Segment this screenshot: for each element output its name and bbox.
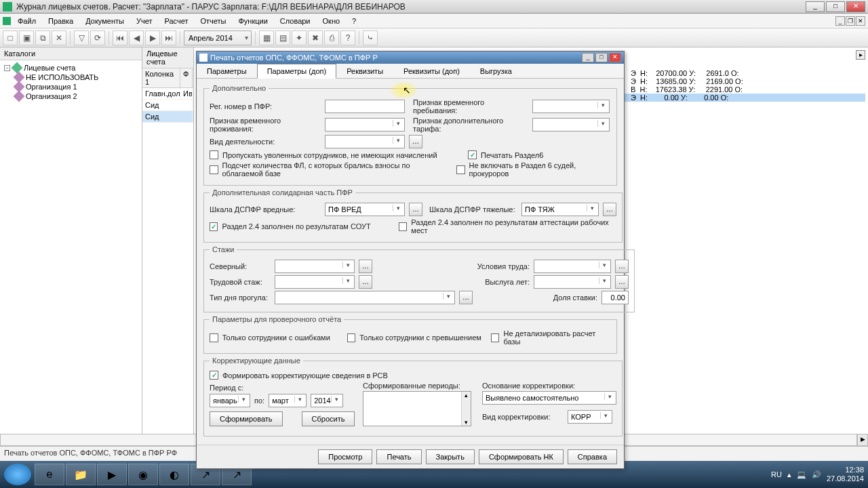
- tool-refresh-icon[interactable]: ⟳: [90, 30, 105, 45]
- chk-print-r6[interactable]: [468, 150, 477, 159]
- maximize-button[interactable]: □: [826, 1, 845, 12]
- table-row[interactable]: Сид: [142, 100, 193, 111]
- tab-export[interactable]: Выгрузка: [470, 64, 522, 78]
- combo-extra-tariff[interactable]: [532, 118, 610, 131]
- table-row[interactable]: Сид: [142, 111, 193, 123]
- child-restore-button[interactable]: ❐: [846, 16, 855, 26]
- chk-count-fl[interactable]: [210, 165, 218, 174]
- tool-help-icon[interactable]: ?: [340, 30, 355, 45]
- minimize-button[interactable]: _: [806, 1, 825, 12]
- nav-next-icon[interactable]: ▶: [145, 30, 160, 45]
- combo-corr-type[interactable]: КОРР: [568, 410, 612, 424]
- chk-form-rsv[interactable]: [210, 371, 218, 380]
- tab-params[interactable]: Параметры: [197, 64, 257, 78]
- task-app1-icon[interactable]: ◐: [159, 464, 189, 485]
- preview-button[interactable]: Просмотр: [318, 449, 372, 464]
- combo-month-to[interactable]: март: [269, 394, 307, 407]
- menu-reports[interactable]: Отчеты: [195, 16, 231, 26]
- menu-calc[interactable]: Расчет: [159, 16, 193, 26]
- combo-vysluga[interactable]: [534, 275, 611, 289]
- combo-skip-type[interactable]: [275, 291, 455, 304]
- combo-temp-live[interactable]: [325, 118, 405, 131]
- menu-dictionaries[interactable]: Словари: [275, 16, 316, 26]
- combo-year[interactable]: 2014: [311, 394, 343, 407]
- list-formed-periods[interactable]: [363, 391, 471, 426]
- task-explorer-icon[interactable]: 📁: [66, 464, 96, 485]
- start-button[interactable]: [4, 464, 31, 485]
- form-nk-button[interactable]: Сформировать НК: [479, 449, 564, 464]
- collapse-icon[interactable]: −: [4, 65, 10, 71]
- combo-temp-stay[interactable]: [532, 100, 610, 113]
- menu-file[interactable]: Файл: [12, 16, 41, 26]
- input-reg-pfr[interactable]: [325, 100, 405, 113]
- tool-new-icon[interactable]: □: [3, 30, 18, 45]
- combo-north[interactable]: [275, 260, 355, 273]
- combo-basis[interactable]: Выявлено самостоятельно: [482, 391, 616, 405]
- tool-print-icon[interactable]: ⎙: [324, 30, 339, 45]
- dialog-titlebar[interactable]: Печать отчетов ОПС, ФФОМС, ТФОМС в ПФР Р…: [197, 52, 624, 64]
- tray-network-icon[interactable]: 💻: [797, 470, 806, 479]
- tool-clean-icon[interactable]: ✦: [292, 30, 307, 45]
- scroll-right-icon[interactable]: ▶: [857, 434, 868, 446]
- dspfr-heavy-browse-button[interactable]: …: [603, 203, 616, 216]
- tab-details[interactable]: Реквизиты: [336, 64, 393, 78]
- tray-volume-icon[interactable]: 🔊: [812, 470, 821, 479]
- dialog-minimize-button[interactable]: _: [582, 53, 594, 62]
- child-close-button[interactable]: ✕: [856, 16, 865, 26]
- input-share[interactable]: 0.00: [601, 291, 629, 304]
- close-dialog-button[interactable]: Закрыть: [426, 449, 475, 464]
- chk-24-sout[interactable]: [210, 222, 218, 231]
- print-button[interactable]: Печать: [376, 449, 421, 464]
- tab-params-extra[interactable]: Параметры (доп): [257, 64, 337, 79]
- task-ie-icon[interactable]: e: [35, 464, 64, 485]
- chk-exclude-judges[interactable]: [456, 165, 465, 174]
- vysluga-browse-button[interactable]: …: [615, 275, 629, 289]
- dialog-close-button[interactable]: ✕: [609, 53, 621, 62]
- menu-accounting[interactable]: Учет: [131, 16, 158, 26]
- tool-copy-icon[interactable]: ⧉: [35, 30, 50, 45]
- tray-flag-icon[interactable]: ▴: [787, 470, 791, 479]
- tool-calc-icon[interactable]: ▦: [259, 30, 274, 45]
- menu-help[interactable]: ?: [347, 16, 361, 26]
- tool-delete-icon[interactable]: ✕: [52, 30, 66, 45]
- tool-open-icon[interactable]: ▣: [19, 30, 34, 45]
- combo-activity[interactable]: [325, 135, 405, 148]
- combo-trud[interactable]: [275, 275, 355, 289]
- tool-config-icon[interactable]: ✖: [308, 30, 323, 45]
- dspfr-harm-browse-button[interactable]: …: [409, 203, 422, 216]
- task-media-icon[interactable]: ▶: [97, 464, 127, 485]
- child-minimize-button[interactable]: _: [835, 16, 845, 26]
- dialog-maximize-button[interactable]: □: [595, 53, 608, 62]
- tool-filter-icon[interactable]: ▽: [74, 30, 89, 45]
- help-button[interactable]: Справка: [568, 449, 617, 464]
- task-chrome-icon[interactable]: ◉: [128, 464, 158, 485]
- combo-dspfr-harm[interactable]: ПФ ВРЕД: [325, 203, 405, 216]
- nav-first-icon[interactable]: ⏮: [113, 30, 127, 45]
- form-button[interactable]: Сформировать: [210, 411, 283, 426]
- close-button[interactable]: ✕: [846, 1, 865, 12]
- tool-table-icon[interactable]: ▤: [275, 30, 290, 45]
- combo-month-from[interactable]: январь: [210, 394, 250, 407]
- table-row[interactable]: Главн.дол:Ив.: [142, 88, 193, 100]
- combo-dspfr-heavy[interactable]: ПФ ТЯЖ: [521, 203, 599, 216]
- col-header-2[interactable]: Ф: [180, 68, 193, 87]
- nav-last-icon[interactable]: ⏭: [161, 30, 176, 45]
- north-browse-button[interactable]: …: [359, 260, 372, 273]
- period-selector[interactable]: Апрель 2014: [184, 30, 252, 45]
- combo-work-cond[interactable]: [534, 260, 611, 273]
- activity-browse-button[interactable]: …: [409, 135, 422, 148]
- menu-edit[interactable]: Правка: [43, 16, 79, 26]
- work-cond-browse-button[interactable]: …: [615, 260, 629, 273]
- trud-browse-button[interactable]: …: [359, 275, 372, 289]
- chk-only-err[interactable]: [210, 333, 218, 342]
- menu-documents[interactable]: Документы: [80, 16, 130, 26]
- skip-type-browse-button[interactable]: …: [459, 291, 473, 304]
- chk-only-exceed[interactable]: [347, 333, 356, 342]
- reset-button[interactable]: Сбросить: [302, 411, 355, 426]
- nav-prev-icon[interactable]: ◀: [129, 30, 144, 45]
- clock[interactable]: 12:38 27.08.2014: [827, 466, 864, 483]
- tree-root[interactable]: − Лицевые счета: [3, 63, 139, 73]
- menu-window[interactable]: Окно: [317, 16, 346, 26]
- tree-item-nouse[interactable]: НЕ ИСПОЛЬЗОВАТЬ: [3, 73, 139, 82]
- system-tray[interactable]: RU ▴ 💻 🔊 12:38 27.08.2014: [771, 466, 864, 483]
